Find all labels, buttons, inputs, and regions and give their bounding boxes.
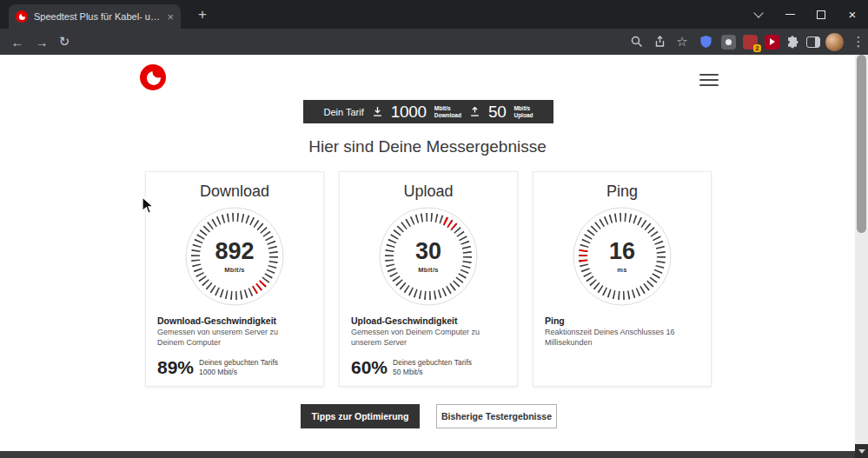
back-icon[interactable]: ← — [7, 31, 28, 52]
gauge-value: 892 — [215, 240, 254, 263]
browser-toolbar: ← → ↻ https://speedtest.vodafone.de/spee… — [0, 29, 868, 55]
browser-tab[interactable]: Speedtest Plus für Kabel- und DS × — [9, 4, 181, 29]
gauge-unit: Mbit/s — [418, 266, 438, 274]
page-scrollbar[interactable] — [855, 55, 868, 458]
result-title: Ping — [545, 315, 699, 326]
result-desc: Gemessen von unserem Server zu Deinem Co… — [157, 328, 296, 348]
tariff-upload-unit: Mbit/s Upload — [514, 105, 533, 118]
gauge-value: 16 — [609, 240, 635, 263]
extension-icon-3[interactable] — [762, 32, 781, 51]
upload-result-card: Upload 30 Mbit/s Upload-Geschwindigkeit … — [339, 171, 518, 387]
previous-results-button[interactable]: Bisherige Testergebnisse — [436, 404, 557, 428]
result-desc: Reaktionszeit Deines Anschlusses 16 Mill… — [545, 328, 684, 348]
gauge-unit: ms — [617, 266, 626, 274]
tab-close-icon[interactable]: × — [167, 10, 174, 23]
tariff-download-unit: Mbit/s Download — [434, 105, 461, 118]
results-cards-row: Download 892 Mbit/s Download-Geschwindig… — [145, 171, 712, 387]
ping-result-card: Ping 16 ms Ping Reaktionszeit Deines Ans… — [533, 171, 712, 387]
extension-icon-1[interactable] — [719, 32, 738, 51]
download-gauge: 892 Mbit/s — [183, 205, 286, 308]
download-arrow-icon — [372, 106, 383, 117]
tariff-download-value: 1000 — [391, 103, 427, 122]
tab-search-chevron-icon[interactable] — [744, 0, 773, 29]
bookmark-star-icon[interactable]: ☆ — [673, 32, 692, 51]
ping-gauge: 16 ms — [571, 205, 673, 308]
result-desc: Gemessen von Deinem Computer zu unserem … — [351, 328, 490, 348]
card-title: Download — [200, 183, 269, 201]
results-heading: Hier sind Deine Messergebnisse — [0, 137, 855, 156]
upload-arrow-icon — [469, 106, 480, 117]
percent-row: 89% Deines gebuchten Tarifs 1000 Mbit/s — [146, 357, 323, 378]
vodafone-favicon — [16, 10, 28, 23]
result-info: Download-Geschwindigkeit Gemessen von un… — [146, 315, 323, 348]
browser-titlebar: Speedtest Plus für Kabel- und DS × + × — [0, 0, 868, 29]
extension-badge: 2 — [753, 44, 760, 52]
scrollbar-thumb[interactable] — [857, 55, 866, 233]
new-tab-button[interactable]: + — [191, 4, 214, 25]
reload-icon[interactable]: ↻ — [54, 31, 75, 52]
window-minimize-button[interactable] — [775, 0, 805, 29]
download-result-card: Download 892 Mbit/s Download-Geschwindig… — [145, 171, 324, 387]
percent-row: 60% Deines gebuchten Tarifs 50 Mbit/s — [340, 357, 517, 378]
window-close-button[interactable]: × — [837, 0, 868, 29]
extension-icon-2[interactable]: 2 — [740, 32, 759, 51]
percent-value: 60% — [351, 357, 388, 378]
footer-strip — [0, 451, 855, 458]
share-icon[interactable] — [650, 32, 669, 51]
tariff-upload-value: 50 — [488, 103, 507, 122]
percent-desc: Deines gebuchten Tarifs 50 Mbit/s — [393, 358, 472, 377]
card-title: Ping — [606, 183, 638, 201]
profile-avatar[interactable] — [825, 32, 844, 51]
scrollbar-down-button[interactable] — [855, 444, 868, 458]
page-content: Dein Tarif 1000 Mbit/s Download 50 Mbit/… — [0, 55, 855, 458]
side-panel-icon[interactable] — [804, 32, 823, 51]
menu-hamburger-icon[interactable] — [699, 74, 719, 86]
window-maximize-button[interactable] — [805, 0, 837, 29]
tariff-label: Dein Tarif — [324, 107, 364, 117]
tariff-banner: Dein Tarif 1000 Mbit/s Download 50 Mbit/… — [303, 100, 553, 123]
vodafone-logo[interactable] — [140, 64, 166, 90]
result-title: Upload-Geschwindigkeit — [351, 315, 506, 326]
result-info: Upload-Geschwindigkeit Gemessen von Dein… — [340, 315, 517, 348]
browser-menu-kebab-icon[interactable]: ⋮ — [849, 32, 868, 51]
tips-button[interactable]: Tipps zur Optimierung — [301, 404, 420, 428]
forward-icon[interactable]: → — [31, 31, 52, 52]
extension-shield-icon[interactable] — [696, 32, 715, 51]
result-info: Ping Reaktionszeit Deines Anschlusses 16… — [533, 315, 711, 348]
card-title: Upload — [403, 183, 453, 201]
upload-gauge: 30 Mbit/s — [377, 205, 480, 308]
zoom-icon[interactable] — [627, 32, 646, 51]
percent-value: 89% — [157, 357, 194, 378]
gauge-unit: Mbit/s — [224, 266, 244, 274]
gauge-value: 30 — [415, 240, 441, 263]
extensions-puzzle-icon[interactable] — [783, 32, 802, 51]
result-title: Download-Geschwindigkeit — [157, 315, 312, 326]
percent-desc: Deines gebuchten Tarifs 1000 Mbit/s — [199, 358, 278, 377]
tab-title: Speedtest Plus für Kabel- und DS — [34, 11, 161, 22]
